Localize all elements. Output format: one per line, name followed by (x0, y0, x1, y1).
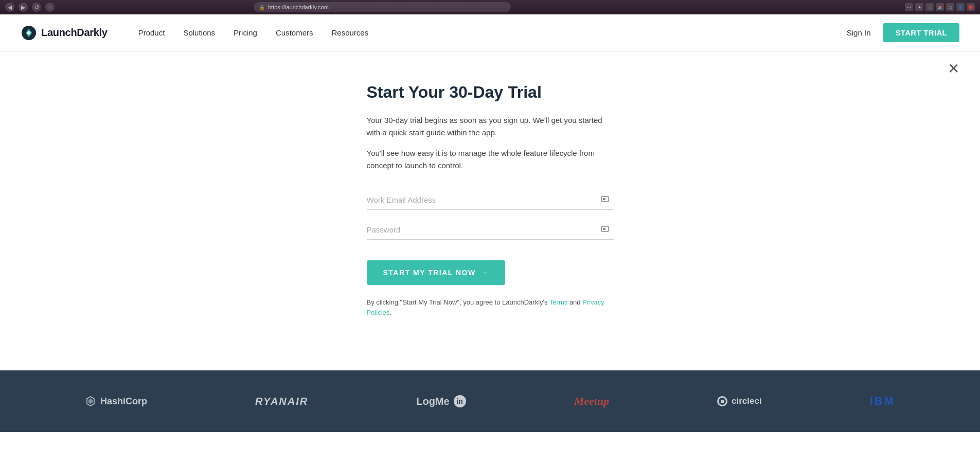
nav-links: Product Solutions Pricing Customers Reso… (138, 28, 369, 37)
nav-actions: Sign In START TRIAL (847, 23, 959, 42)
email-field-group (367, 190, 614, 210)
ext-7: 🔴 (967, 3, 975, 11)
nav-customers[interactable]: Customers (276, 28, 313, 37)
nav-resources[interactable]: Resources (331, 28, 368, 37)
url-text: https://launchdarkly.com (268, 4, 329, 10)
browser-chrome: ◀ ▶ ↺ ⌂ 🔒 https://launchdarkly.com ⋯ ★ ☆… (0, 0, 980, 14)
nav-pricing[interactable]: Pricing (234, 28, 257, 37)
circleci-text: circleci (732, 396, 762, 406)
extensions-area: ⋯ ★ ☆ 📚 □ 👤 🔴 (905, 3, 975, 11)
ryanair-logo: RYANAIR (255, 396, 308, 407)
ext-6: 👤 (956, 3, 965, 11)
svg-rect-5 (603, 228, 605, 230)
start-trial-button[interactable]: START TRIAL (883, 23, 959, 42)
logmein-logo: LogMein (416, 395, 466, 407)
svg-point-1 (27, 31, 30, 34)
password-input[interactable] (367, 220, 614, 240)
reload-button[interactable]: ↺ (32, 3, 41, 12)
logo-icon (21, 25, 37, 41)
logo-text: LaunchDarkly (41, 27, 108, 39)
password-field-group (367, 220, 614, 240)
terms-pre: By clicking "Start My Trial Now", you ag… (367, 298, 549, 306)
email-input[interactable] (367, 190, 614, 210)
hashicorp-icon (85, 396, 96, 407)
forward-button[interactable]: ▶ (19, 3, 28, 12)
form-desc-1: Your 30-day trial begins as soon as you … (367, 114, 614, 139)
password-autofill-icon[interactable] (600, 224, 610, 236)
submit-label: START MY TRIAL NOW (383, 269, 476, 277)
ext-2: ★ (915, 3, 923, 11)
close-button[interactable]: ✕ (948, 62, 959, 76)
terms-post: . (389, 309, 391, 316)
ext-1: ⋯ (905, 3, 913, 11)
home-button[interactable]: ⌂ (45, 3, 55, 12)
submit-button[interactable]: START MY TRIAL NOW → (367, 260, 506, 285)
sign-in-link[interactable]: Sign In (847, 28, 871, 37)
form-container: Start Your 30-Day Trial Your 30-day tria… (367, 82, 614, 317)
ext-4: 📚 (936, 3, 944, 11)
svg-rect-3 (603, 198, 605, 200)
circleci-inner (721, 400, 724, 403)
main-content: ✕ Start Your 30-Day Trial Your 30-day tr… (0, 51, 980, 370)
ryanair-text: RYANAIR (255, 396, 308, 407)
nav-logo[interactable]: LaunchDarkly (21, 25, 108, 41)
email-autofill-icon[interactable] (600, 194, 610, 206)
logmein-text: LogMe (416, 396, 449, 407)
meetup-logo: Meetup (574, 395, 609, 408)
lock-icon: 🔒 (259, 5, 265, 10)
logmein-circle: in (454, 395, 466, 407)
meetup-text: Meetup (574, 395, 609, 408)
logos-section: HashiCorp RYANAIR LogMein Meetup circlec… (0, 370, 980, 432)
navbar: LaunchDarkly Product Solutions Pricing C… (0, 14, 980, 51)
circleci-icon (717, 396, 727, 406)
terms-text: By clicking "Start My Trial Now", you ag… (367, 297, 614, 317)
nav-product[interactable]: Product (138, 28, 165, 37)
hashicorp-logo: HashiCorp (85, 396, 147, 407)
back-button[interactable]: ◀ (5, 3, 14, 12)
submit-arrow: → (481, 269, 489, 277)
address-bar[interactable]: 🔒 https://launchdarkly.com (254, 2, 511, 12)
ext-5: □ (946, 3, 954, 11)
hashicorp-text: HashiCorp (100, 396, 147, 407)
form-title: Start Your 30-Day Trial (367, 82, 614, 102)
nav-solutions[interactable]: Solutions (183, 28, 215, 37)
form-desc-2: You'll see how easy it is to manage the … (367, 147, 614, 172)
ibm-logo: IBM (870, 395, 895, 408)
circleci-logo: circleci (717, 396, 762, 406)
terms-and: and (567, 298, 582, 306)
ext-3: ☆ (925, 3, 934, 11)
terms-link[interactable]: Terms (549, 298, 567, 306)
ibm-text: IBM (870, 395, 895, 408)
